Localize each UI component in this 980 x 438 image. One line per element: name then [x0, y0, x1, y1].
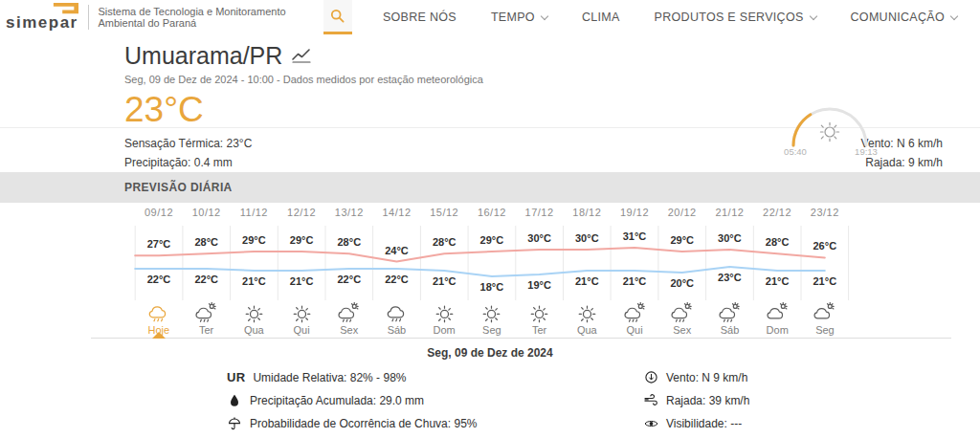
- min-temp-label: 22°C: [338, 274, 362, 285]
- date-label: 16/12: [478, 207, 506, 218]
- max-temp-label: 30°C: [718, 232, 742, 244]
- forecast-day-5[interactable]: Sáb: [373, 302, 421, 338]
- rain-icon: [386, 302, 408, 324]
- sun-icon: [291, 302, 313, 324]
- sun-icon: [528, 302, 550, 324]
- min-temp-label: 21°C: [290, 275, 314, 287]
- header: simepar Sistema de Tecnologia e Monitora…: [0, 0, 980, 34]
- nav-item-0[interactable]: SOBRE NÓS: [383, 11, 457, 24]
- wind-direction-icon: [643, 371, 658, 383]
- min-temp-label: 21°C: [433, 275, 457, 287]
- min-temp-label: 21°C: [242, 275, 266, 287]
- sun-rain-icon: [338, 302, 360, 324]
- forecast-day-6[interactable]: Dom: [420, 302, 468, 338]
- max-temp-label: 27°C: [147, 238, 171, 250]
- day-label: Sex: [340, 324, 358, 336]
- day-label: Ter: [532, 324, 546, 336]
- forecast-day-11[interactable]: Sex: [658, 302, 706, 338]
- date-label: 12/12: [287, 207, 316, 218]
- min-temp-label: 19°C: [527, 279, 551, 291]
- detail-text: Visibilidade: ---: [666, 417, 742, 430]
- date-label: 14/12: [382, 207, 411, 218]
- simepar-logo[interactable]: simepar: [6, 14, 78, 32]
- forecast-day-14[interactable]: Seg: [801, 302, 849, 338]
- sunset-time: 19:13: [855, 146, 878, 157]
- detail-text: Vento: N 9 km/h: [666, 371, 747, 384]
- chevron-down-icon: [950, 11, 958, 19]
- forecast-day-9[interactable]: Qua: [563, 302, 611, 338]
- max-temp-label: 29°C: [242, 234, 266, 246]
- main-nav: SOBRE NÓSTEMPOCLIMAPRODUTOS E SERVIÇOSCO…: [323, 0, 974, 34]
- forecast-day-2[interactable]: Qua: [230, 302, 278, 338]
- rain-icon: [147, 302, 169, 324]
- search-button[interactable]: [323, 0, 352, 34]
- logo-divider: [88, 5, 89, 30]
- precipitation-value: Precipitação: 0.4 mm: [124, 154, 252, 173]
- max-temp-label: 30°C: [527, 232, 551, 244]
- forecast-day-1[interactable]: Ter: [183, 302, 231, 338]
- daylight-progress-arc: [793, 115, 811, 145]
- min-temp-label: 22°C: [194, 274, 218, 285]
- sunrise-time: 05:40: [784, 146, 807, 157]
- max-temp-label: 29°C: [670, 234, 694, 246]
- date-label: 18/12: [572, 207, 601, 218]
- day-label: Qua: [577, 324, 597, 336]
- forecast-day-3[interactable]: Qui: [278, 302, 325, 338]
- sun-icon: [820, 122, 838, 141]
- date-label: 23/12: [811, 207, 839, 218]
- max-temp-label: 31°C: [623, 230, 647, 242]
- min-temp-label: 23°C: [718, 272, 742, 283]
- nav-item-1[interactable]: TEMPO: [491, 11, 547, 24]
- forecast-day-12[interactable]: Sáb: [706, 302, 754, 338]
- date-label: 22/12: [763, 207, 791, 218]
- min-temp-label: 21°C: [813, 275, 837, 287]
- chevron-down-icon: [809, 11, 816, 19]
- max-temp-label: 28°C: [433, 236, 457, 248]
- eye-icon: [643, 419, 658, 428]
- date-label: 13/12: [335, 207, 364, 218]
- date-label: 19/12: [620, 207, 649, 218]
- details-date-title: Seg, 09 de Dez de 2024: [0, 346, 980, 360]
- tagline: Sistema de Tecnologia e Monitoramento Am…: [98, 6, 323, 29]
- sun-rain-icon: [195, 302, 217, 324]
- day-label: Seg: [482, 324, 501, 336]
- page-title: Umuarama/PR: [124, 42, 282, 70]
- day-label: Sáb: [721, 324, 740, 336]
- date-label: 11/12: [240, 207, 268, 218]
- sun-rain-icon: [719, 302, 741, 324]
- forecast-day-7[interactable]: Seg: [468, 302, 516, 338]
- min-temp-label: 18°C: [480, 281, 504, 293]
- selected-day-details: Seg, 09 de Dez de 2024 URUmidade Relativ…: [0, 339, 980, 430]
- today-marker-icon: [152, 332, 166, 339]
- forecast-day-4[interactable]: Sex: [325, 302, 373, 338]
- forecast-day-13[interactable]: Dom: [753, 302, 801, 338]
- date-label: 17/12: [525, 207, 554, 218]
- forecast-day-8[interactable]: Ter: [516, 302, 564, 338]
- max-temp-label: 24°C: [385, 245, 409, 256]
- line-chart-icon: [292, 49, 311, 63]
- max-temp-label: 28°C: [194, 236, 218, 248]
- day-label: Qua: [244, 324, 264, 336]
- section-title: PREVISÃO DIÁRIA: [124, 181, 233, 194]
- detail-row: Rajada: 39 km/h: [643, 393, 749, 407]
- droplet-icon: [227, 394, 242, 407]
- station-chart-link[interactable]: [292, 49, 311, 63]
- max-temp-label: 26°C: [813, 240, 837, 252]
- detail-row: URUmidade Relativa: 82% - 98%: [227, 370, 543, 384]
- day-label: Qui: [293, 324, 309, 336]
- nav-item-4[interactable]: COMUNICAÇÃO: [851, 11, 957, 24]
- nav-item-3[interactable]: PRODUTOS E SERVIÇOS: [655, 11, 816, 24]
- forecast-day-10[interactable]: Qui: [611, 302, 658, 338]
- detail-text: Umidade Relativa: 82% - 98%: [253, 371, 406, 384]
- sun-icon: [434, 302, 456, 324]
- nav-item-2[interactable]: CLIMA: [582, 11, 620, 24]
- date-label: 10/12: [192, 207, 221, 218]
- current-conditions-panel: Umuarama/PR Seg, 09 de Dez de 2024 - 10:…: [0, 34, 980, 127]
- chevron-down-icon: [541, 11, 548, 19]
- logo-mark-icon: [50, 2, 80, 19]
- sunrise-sunset-widget: 05:40 19:13: [784, 101, 880, 161]
- max-temp-label: 29°C: [480, 234, 504, 246]
- sun-rain-icon: [671, 302, 693, 324]
- detail-row: Vento: N 9 km/h: [643, 370, 749, 384]
- partly-icon: [813, 302, 835, 324]
